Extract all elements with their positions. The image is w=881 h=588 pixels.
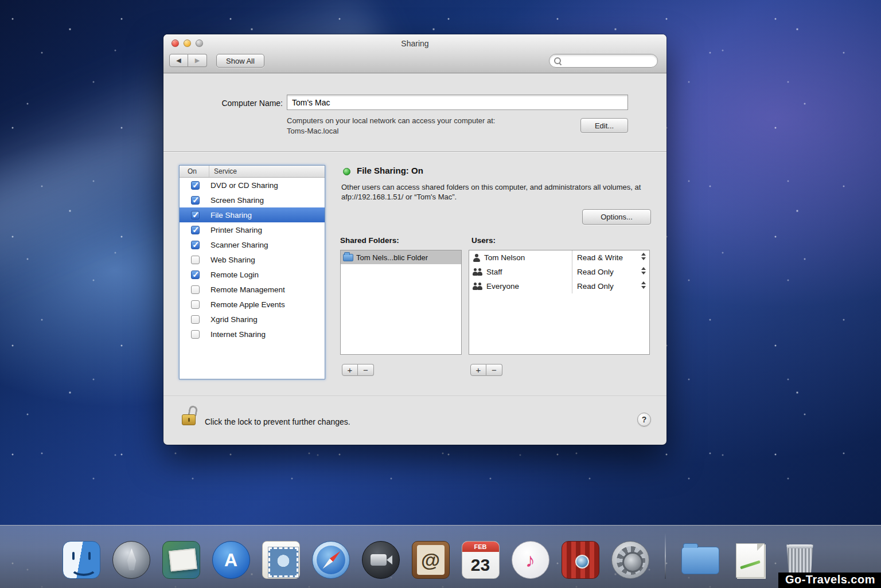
computer-name-label: Computer Name: [163, 99, 283, 108]
service-checkbox[interactable] [191, 315, 200, 324]
service-label: Web Sharing [210, 256, 255, 264]
shared-folders-label: Shared Folders: [340, 236, 399, 245]
dock-facetime-icon[interactable] [362, 541, 400, 579]
service-checkbox[interactable] [191, 256, 200, 264]
service-checkbox[interactable] [191, 241, 200, 249]
service-label: Printer Sharing [210, 226, 262, 234]
services-header: On Service [180, 166, 325, 178]
service-row-file-sharing[interactable]: File Sharing [180, 207, 325, 222]
nav-buttons: ◀ ▶ [169, 54, 207, 67]
service-checkbox[interactable] [191, 300, 200, 309]
options-button[interactable]: Options... [582, 209, 651, 225]
computer-name-hostname: Toms-Mac.local [287, 127, 338, 135]
service-checkbox[interactable] [191, 211, 200, 219]
service-checkbox[interactable] [191, 271, 200, 279]
window-title: Sharing [163, 39, 666, 48]
dock-launchpad-icon[interactable] [112, 541, 150, 579]
section-divider [163, 151, 666, 152]
chevron-up-icon [641, 267, 646, 270]
services-list: On Service DVD or CD Sharing Screen Shar… [179, 165, 325, 379]
group-icon [473, 268, 483, 276]
service-label: Screen Sharing [210, 196, 264, 205]
folders-add-remove: + − [342, 364, 374, 376]
dock-divider [665, 533, 666, 579]
permission-value: Read & Write [577, 253, 623, 262]
search-icon [554, 57, 562, 65]
service-row-dvd-cd-sharing[interactable]: DVD or CD Sharing [180, 178, 325, 193]
dock-photos-icon[interactable] [162, 541, 200, 579]
service-row-web-sharing[interactable]: Web Sharing [180, 252, 325, 267]
service-checkbox[interactable] [191, 330, 200, 339]
forward-button[interactable]: ▶ [188, 54, 207, 67]
sharing-window: Sharing ◀ ▶ Show All Computer Name: Comp… [163, 34, 666, 445]
show-all-button[interactable]: Show All [216, 54, 264, 68]
permission-stepper[interactable] [641, 267, 646, 275]
service-label: Internet Sharing [210, 330, 266, 339]
dock-photo-booth-icon[interactable] [562, 541, 599, 579]
user-row[interactable]: Everyone Read Only [469, 279, 649, 293]
shared-folder-row[interactable]: Tom Nels...blic Folder [341, 250, 461, 264]
add-folder-button[interactable]: + [342, 364, 358, 376]
lock-icon[interactable] [182, 406, 199, 430]
permission-value: Read Only [577, 282, 614, 291]
service-label: Remote Apple Events [210, 300, 285, 309]
remove-user-button[interactable]: − [486, 364, 502, 376]
computer-name-description: Computers on your local network can acce… [287, 116, 495, 125]
service-column-header: Service [209, 167, 237, 175]
users-add-remove: + − [470, 364, 502, 376]
service-label: DVD or CD Sharing [210, 181, 278, 190]
service-row-screen-sharing[interactable]: Screen Sharing [180, 193, 325, 207]
remove-folder-button[interactable]: − [358, 364, 374, 376]
service-row-remote-management[interactable]: Remote Management [180, 282, 325, 297]
dock-app-store-icon[interactable]: A [212, 541, 250, 579]
chevron-up-icon [641, 253, 646, 256]
dock-finder-icon[interactable] [63, 541, 100, 579]
dock-safari-icon[interactable] [312, 541, 350, 579]
dock-folder-icon[interactable] [681, 541, 719, 579]
computer-name-input[interactable] [287, 95, 628, 110]
help-button[interactable]: ? [637, 413, 651, 426]
permission-value: Read Only [577, 268, 614, 276]
service-row-xgrid-sharing[interactable]: Xgrid Sharing [180, 312, 325, 327]
permission-stepper[interactable] [641, 253, 646, 260]
service-label: Xgrid Sharing [210, 315, 258, 324]
dock-system-preferences-icon[interactable] [611, 541, 649, 579]
chevron-down-icon [641, 272, 646, 275]
back-button[interactable]: ◀ [169, 54, 188, 67]
service-label: Remote Login [210, 271, 259, 279]
service-row-internet-sharing[interactable]: Internet Sharing [180, 327, 325, 342]
service-row-scanner-sharing[interactable]: Scanner Sharing [180, 237, 325, 252]
add-user-button[interactable]: + [470, 364, 486, 376]
search-input[interactable] [562, 55, 657, 66]
shared-folders-list: Tom Nels...blic Folder [340, 250, 462, 355]
dock-mail-icon[interactable] [262, 541, 300, 579]
service-row-printer-sharing[interactable]: Printer Sharing [180, 222, 325, 237]
permission-stepper[interactable] [641, 281, 646, 289]
user-name: Staff [486, 268, 502, 276]
title-bar[interactable]: Sharing ◀ ▶ Show All [163, 34, 666, 73]
dock-calendar-icon[interactable]: FEB 23 [462, 541, 500, 579]
service-row-remote-apple-events[interactable]: Remote Apple Events [180, 297, 325, 312]
dock-itunes-icon[interactable]: ♪ [512, 541, 549, 579]
dock: A @ FEB 23 ♪ [0, 525, 881, 588]
search-field[interactable] [549, 54, 658, 68]
shared-folder-icon [343, 254, 353, 261]
dock-contacts-icon[interactable]: @ [412, 541, 450, 579]
desktop-wallpaper: Sharing ◀ ▶ Show All Computer Name: Comp… [0, 0, 881, 588]
user-row[interactable]: Staff Read Only [469, 265, 649, 279]
toolbar: ◀ ▶ Show All [163, 53, 666, 72]
file-sharing-description: Other users can access shared folders on… [341, 182, 651, 202]
service-label: File Sharing [210, 211, 252, 219]
users-list: Tom Nelson Read & Write Staff Read Only [469, 250, 650, 355]
file-sharing-status: File Sharing: On [357, 166, 423, 175]
service-checkbox[interactable] [191, 285, 200, 294]
user-row[interactable]: Tom Nelson Read & Write [469, 250, 649, 265]
service-row-remote-login[interactable]: Remote Login [180, 267, 325, 282]
edit-button[interactable]: Edit... [580, 118, 628, 133]
service-checkbox[interactable] [191, 181, 200, 190]
dock-documents-icon[interactable] [731, 541, 769, 579]
chevron-up-icon [641, 281, 646, 284]
service-checkbox[interactable] [191, 226, 200, 234]
user-name: Everyone [486, 282, 519, 291]
service-checkbox[interactable] [191, 196, 200, 205]
